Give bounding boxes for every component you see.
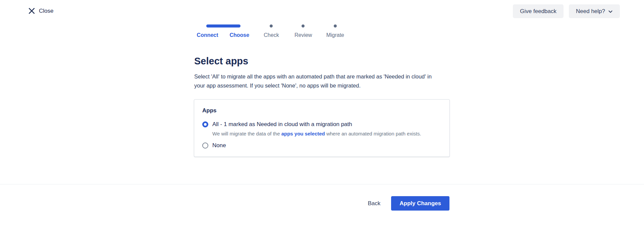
radio-all-description-prefix: We will migrate the data of the	[212, 131, 281, 136]
header-actions: Give feedback Need help?	[513, 4, 620, 18]
step-connect[interactable]: Connect	[192, 32, 223, 38]
back-button[interactable]: Back	[364, 197, 384, 210]
apps-card: Apps All - 1 marked as Needed in cloud w…	[194, 99, 450, 157]
radio-option-all[interactable]: All - 1 marked as Needed in cloud with a…	[202, 121, 441, 128]
step-review: Review	[287, 32, 319, 38]
step-dot-migrate	[334, 24, 337, 27]
radio-all-selected[interactable]	[202, 121, 208, 127]
step-dot-check	[270, 24, 273, 27]
step-check: Check	[255, 32, 287, 38]
need-help-label: Need help?	[576, 8, 605, 15]
apps-you-selected-link[interactable]: apps you selected	[281, 131, 325, 136]
close-icon	[28, 7, 35, 14]
footer-divider	[0, 184, 644, 184]
step-choose: Choose	[223, 32, 255, 38]
radio-none-unselected[interactable]	[202, 143, 208, 149]
radio-all-description: We will migrate the data of the apps you…	[212, 131, 441, 136]
page-title: Select apps	[194, 55, 248, 67]
apply-changes-button[interactable]: Apply Changes	[391, 196, 449, 211]
need-help-button[interactable]: Need help?	[569, 4, 620, 18]
footer-actions: Back Apply Changes	[364, 196, 449, 211]
radio-option-none[interactable]: None	[202, 142, 441, 149]
progress-bar-connect-choose	[206, 24, 240, 27]
radio-all-label: All - 1 marked as Needed in cloud with a…	[212, 121, 352, 128]
step-migrate: Migrate	[319, 32, 351, 38]
radio-all-description-suffix: where an automated migration path exists…	[325, 131, 421, 136]
progress-tracker: Connect Choose Check Review Migrate	[192, 24, 351, 40]
chevron-down-icon	[608, 9, 613, 14]
close-button-label: Close	[39, 8, 53, 14]
give-feedback-label: Give feedback	[520, 8, 556, 15]
page-description: Select 'All' to migrate all the apps wit…	[194, 72, 441, 90]
apps-card-title: Apps	[202, 107, 441, 114]
radio-none-label: None	[212, 142, 226, 149]
step-dot-review	[302, 24, 305, 27]
close-button[interactable]: Close	[28, 7, 53, 14]
give-feedback-button[interactable]: Give feedback	[513, 4, 564, 18]
